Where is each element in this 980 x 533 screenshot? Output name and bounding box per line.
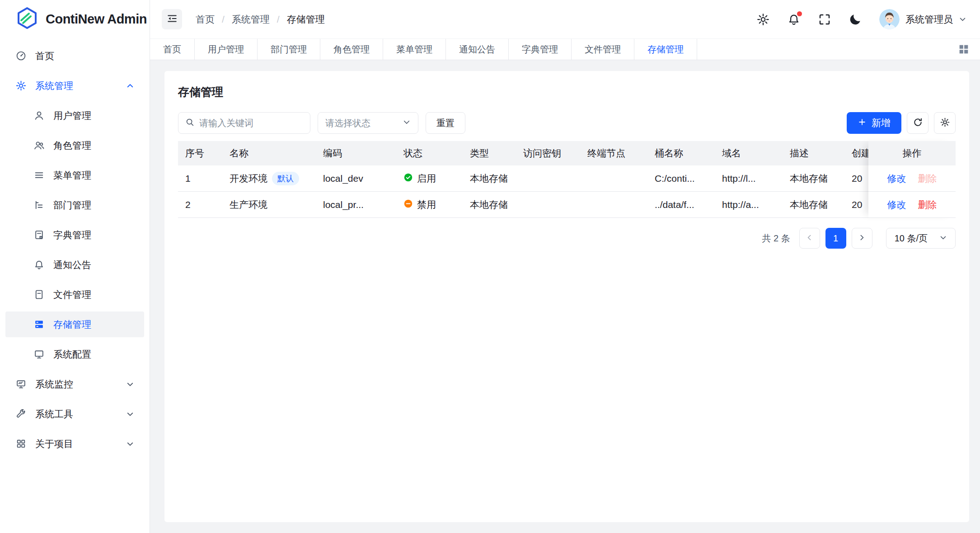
sidebar-item-dict-management[interactable]: 字典管理 <box>5 222 144 248</box>
cell-index: 1 <box>178 173 222 184</box>
search-input[interactable] <box>199 118 304 128</box>
user-icon <box>33 110 45 121</box>
sidebar-item-file-management[interactable]: 文件管理 <box>5 282 144 307</box>
breadcrumb-item[interactable]: 首页 <box>196 13 215 26</box>
tab-file-management[interactable]: 文件管理 <box>572 39 634 60</box>
minus-circle-icon <box>403 199 413 211</box>
plus-icon <box>858 118 867 129</box>
sidebar-item-menu-management[interactable]: 菜单管理 <box>5 162 144 188</box>
moon-icon <box>849 13 862 26</box>
app-title: ContiNew Admin <box>46 12 147 27</box>
breadcrumb-separator: / <box>222 14 225 25</box>
sidebar-item-label: 系统管理 <box>35 80 73 92</box>
next-page-button[interactable] <box>852 228 872 249</box>
page-size-select[interactable]: 10 条/页 <box>886 228 956 249</box>
toolbar: 请选择状态 重置 新增 <box>178 112 956 134</box>
status-select[interactable]: 请选择状态 <box>318 112 418 134</box>
prev-page-button[interactable] <box>799 228 820 249</box>
cell-bucket: ../data/f... <box>647 199 715 210</box>
refresh-button[interactable] <box>907 112 928 134</box>
breadcrumb-item-current: 存储管理 <box>287 13 325 26</box>
tab-home[interactable]: 首页 <box>150 39 195 60</box>
storage-name: 生产环境 <box>230 198 267 211</box>
default-badge: 默认 <box>272 172 299 185</box>
sidebar-item-label: 系统配置 <box>53 348 91 361</box>
grid-filled-icon <box>957 43 970 56</box>
sidebar-item-system-management[interactable]: 系统管理 <box>5 73 144 99</box>
status-enabled: 启用 <box>403 172 436 185</box>
cell-description: 本地存储 <box>783 172 844 185</box>
table-settings-button[interactable] <box>934 112 956 134</box>
main-area: 首页 / 系统管理 / 存储管理 <box>150 0 980 533</box>
column-header-operations: 操作 <box>868 141 956 165</box>
sidebar-item-storage-management[interactable]: 存储管理 <box>5 311 144 337</box>
page-1-button[interactable]: 1 <box>825 228 846 249</box>
sidebar-item-label: 用户管理 <box>53 109 91 122</box>
column-header-access-key: 访问密钥 <box>516 147 580 160</box>
breadcrumb-item[interactable]: 系统管理 <box>232 13 270 26</box>
storage-name: 开发环境 <box>230 172 267 185</box>
app-logo: ContiNew Admin <box>0 0 150 38</box>
sidebar-item-user-management[interactable]: 用户管理 <box>5 103 144 128</box>
edit-link[interactable]: 修改 <box>887 198 906 211</box>
tree-icon <box>33 199 45 211</box>
delete-link[interactable]: 删除 <box>918 198 937 211</box>
gear-icon <box>756 13 770 26</box>
tabbar: 首页 用户管理 部门管理 角色管理 菜单管理 通知公告 字典管理 文件管理 存储… <box>150 38 980 60</box>
sidebar-item-system-tools[interactable]: 系统工具 <box>5 401 144 427</box>
cell-status: 启用 <box>396 172 463 185</box>
edit-link[interactable]: 修改 <box>887 172 906 185</box>
tab-list-button[interactable] <box>957 43 970 56</box>
notifications-button[interactable] <box>787 13 801 26</box>
sidebar-item-role-management[interactable]: 角色管理 <box>5 132 144 158</box>
toolbar-right: 新增 <box>847 112 956 134</box>
status-label: 禁用 <box>417 198 436 211</box>
menu-fold-icon <box>166 13 178 26</box>
breadcrumb-separator: / <box>277 14 280 25</box>
tab-storage-management[interactable]: 存储管理 <box>634 39 697 60</box>
add-button[interactable]: 新增 <box>847 112 901 134</box>
cell-domain: http://l... <box>715 173 783 184</box>
cell-description: 本地存储 <box>783 198 844 211</box>
tab-user-management[interactable]: 用户管理 <box>195 39 258 60</box>
cell-status: 禁用 <box>396 198 463 211</box>
reset-button[interactable]: 重置 <box>426 112 465 134</box>
sidebar-item-home[interactable]: 首页 <box>5 43 144 69</box>
notification-dot <box>797 11 802 16</box>
fullscreen-icon <box>818 13 831 26</box>
app-window: ContiNew Admin 首页 系统管理 <box>0 0 980 533</box>
tab-role-management[interactable]: 角色管理 <box>320 39 383 60</box>
storage-table: 序号 名称 编码 状态 类型 访问密钥 终端节点 桶名称 域名 描述 创建时间 … <box>178 141 956 218</box>
column-header-endpoint: 终端节点 <box>580 147 647 160</box>
breadcrumb: 首页 / 系统管理 / 存储管理 <box>196 13 325 26</box>
tab-notice[interactable]: 通知公告 <box>446 39 509 60</box>
check-circle-icon <box>403 173 413 184</box>
tab-dict-management[interactable]: 字典管理 <box>509 39 572 60</box>
sidebar-item-system-config[interactable]: 系统配置 <box>5 341 144 367</box>
column-header-status: 状态 <box>396 147 463 160</box>
gear-icon <box>15 80 27 91</box>
status-select-value: 请选择状态 <box>325 117 403 129</box>
sidebar-collapse-button[interactable] <box>162 9 182 29</box>
delete-link-disabled[interactable]: 删除 <box>918 172 937 185</box>
bell-icon <box>33 259 45 270</box>
sidebar-item-dept-management[interactable]: 部门管理 <box>5 192 144 218</box>
cell-code: local_dev <box>316 173 396 184</box>
sidebar-item-label: 角色管理 <box>53 139 91 152</box>
sidebar-item-label: 系统工具 <box>35 408 73 420</box>
sidebar-item-label: 通知公告 <box>53 259 91 271</box>
menu-lines-icon <box>33 170 45 181</box>
settings-button[interactable] <box>756 13 770 26</box>
sidebar-item-label: 存储管理 <box>53 318 91 331</box>
grid-icon <box>15 438 27 449</box>
dark-mode-button[interactable] <box>849 13 862 26</box>
sidebar-item-notice[interactable]: 通知公告 <box>5 252 144 278</box>
fullscreen-button[interactable] <box>818 13 831 26</box>
user-menu[interactable]: 系统管理员 <box>879 9 966 29</box>
sidebar-item-about-project[interactable]: 关于项目 <box>5 431 144 457</box>
cell-name: 开发环境 默认 <box>222 172 316 185</box>
sidebar-item-system-monitor[interactable]: 系统监控 <box>5 371 144 397</box>
sidebar-item-label: 系统监控 <box>35 378 73 391</box>
tab-dept-management[interactable]: 部门管理 <box>258 39 320 60</box>
tab-menu-management[interactable]: 菜单管理 <box>383 39 446 60</box>
